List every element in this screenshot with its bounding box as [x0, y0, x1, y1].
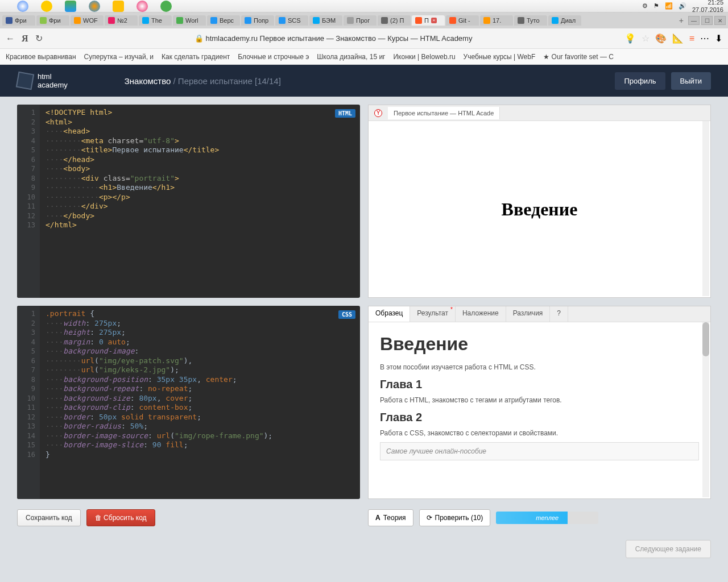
browser-tab[interactable]: Worl: [173, 15, 206, 26]
profile-button[interactable]: Профиль: [615, 72, 665, 90]
bookmark-item[interactable]: Учебные курсы | WebF: [464, 53, 536, 61]
html-code[interactable]: <!DOCTYPE html> <html> ····<head> ······…: [17, 105, 360, 234]
bookmark-item[interactable]: Красивое выравниван: [6, 53, 76, 61]
ruler-icon[interactable]: 📐: [672, 33, 684, 44]
tab-label: The: [151, 17, 162, 24]
close-window-button[interactable]: ✕: [714, 16, 726, 25]
url-display[interactable]: 🔒 htmlacademy.ru Первое испытание — Знак…: [49, 34, 618, 43]
result-body: Введение В этом пособии изучается работа…: [369, 322, 710, 498]
next-task-button[interactable]: Следующее задание: [626, 540, 711, 558]
browser-tab[interactable]: The: [139, 15, 172, 26]
browser-tab[interactable]: БЭМ: [309, 15, 342, 26]
browser-tab[interactable]: (2) П: [378, 15, 411, 26]
tab-label: (2) П: [390, 17, 404, 24]
browser-tab[interactable]: SCS: [275, 15, 308, 26]
tab-favicon: [415, 17, 422, 24]
browser-tab[interactable]: Верс: [207, 15, 240, 26]
yandex-icon[interactable]: [41, 1, 52, 12]
tab-favicon: [210, 17, 217, 24]
volume-icon[interactable]: 🔊: [679, 2, 686, 10]
flag-icon[interactable]: ⚑: [653, 2, 659, 10]
css-editor[interactable]: CSS 12345678910111213141516 .portrait { …: [17, 306, 360, 499]
tab-sample[interactable]: Образец: [369, 306, 410, 322]
browser-tab[interactable]: П×: [412, 15, 445, 26]
tab-label: Верс: [220, 17, 234, 24]
result-quote: Самое лучшее онлайн-пособие: [380, 442, 699, 460]
tab-favicon: [449, 17, 456, 24]
preview-tab[interactable]: Первое испытание — HTML Acade: [388, 107, 500, 119]
menu-icon[interactable]: ⋯: [700, 33, 709, 44]
browser-tab[interactable]: WOF: [71, 15, 104, 26]
tab-favicon: [552, 17, 559, 24]
bookmark-item[interactable]: Иконки | Beloweb.ru: [393, 53, 455, 61]
status-icon[interactable]: ⚙: [642, 2, 648, 10]
tab-label: Прог: [356, 17, 370, 24]
tab-favicon: [381, 17, 388, 24]
preview-scrollbar[interactable]: [702, 121, 709, 296]
result-chapter2: Глава 2: [380, 411, 699, 424]
reload-button[interactable]: ↻: [35, 33, 43, 44]
bookmark-item[interactable]: Суперутка – изучай, и: [84, 53, 154, 61]
theory-button[interactable]: A Теория: [368, 509, 413, 526]
app-icon-2[interactable]: [113, 1, 124, 12]
maximize-button[interactable]: ☐: [701, 16, 713, 25]
tab-close-icon[interactable]: ×: [431, 18, 437, 23]
css-code[interactable]: .portrait { ····width: 275px; ····height…: [17, 306, 360, 463]
browser-tab[interactable]: Прог: [344, 15, 377, 26]
extension-icon[interactable]: 💡: [624, 33, 636, 44]
browser-tab[interactable]: Туто: [514, 15, 547, 26]
clock-date: 27.07.2016: [692, 6, 723, 13]
minimize-button[interactable]: —: [688, 16, 700, 25]
new-tab-button[interactable]: +: [676, 16, 687, 25]
result-scroll-thumb[interactable]: [702, 322, 709, 356]
tab-result[interactable]: Результат*: [410, 306, 456, 322]
preview-yandex-icon[interactable]: Y: [369, 106, 388, 120]
browser-tab[interactable]: №2: [105, 15, 138, 26]
bookmark-item[interactable]: ★ Our favorite set — C: [543, 53, 614, 61]
bookmark-item[interactable]: Школа дизайна, 15 иг: [317, 53, 385, 61]
preview-pane: Y Первое испытание — HTML Acade Введение: [368, 105, 711, 298]
download-icon[interactable]: ⬇: [715, 33, 722, 44]
logo[interactable]: html academy: [17, 72, 68, 89]
main-area: HTML 12345678910111213 <!DOCTYPE html> <…: [0, 97, 728, 582]
tab-favicon: [313, 17, 320, 24]
firefox-icon[interactable]: [89, 1, 100, 12]
css-badge: CSS: [338, 310, 355, 319]
html-gutter: 12345678910111213: [17, 105, 40, 298]
check-button[interactable]: ⟳ Проверить (10): [419, 509, 491, 526]
chrome-icon[interactable]: [17, 1, 28, 12]
wifi-icon[interactable]: 📶: [665, 2, 673, 10]
tab-label: П: [424, 17, 429, 24]
browser-tab[interactable]: Попр: [241, 15, 274, 26]
reset-code-button[interactable]: 🗑 Сбросить код: [86, 509, 155, 526]
browser-tab[interactable]: Фри: [2, 15, 35, 26]
bookmark-item[interactable]: Как сделать градиент: [162, 53, 230, 61]
tab-overlay[interactable]: Наложение: [456, 306, 506, 322]
back-button[interactable]: ←: [6, 34, 15, 44]
tab-diff[interactable]: Различия: [506, 306, 551, 322]
tab-label: 17.: [493, 17, 501, 24]
browser-tab[interactable]: 17.: [480, 15, 513, 26]
tab-help[interactable]: ?: [550, 306, 568, 322]
save-code-button[interactable]: Сохранить код: [17, 509, 81, 526]
tab-favicon: [347, 17, 354, 24]
tab-favicon: [279, 17, 286, 24]
logo-text-bottom: academy: [38, 81, 68, 89]
itunes-icon[interactable]: [136, 1, 148, 12]
bookmark-star-icon[interactable]: ☆: [642, 33, 650, 44]
logout-button[interactable]: Выйти: [671, 72, 712, 90]
html-editor[interactable]: HTML 12345678910111213 <!DOCTYPE html> <…: [17, 105, 360, 298]
bookmark-item[interactable]: Блочные и строчные э: [238, 53, 309, 61]
app-header: html academy Знакомство / Первое испытан…: [0, 65, 728, 97]
breadcrumb-course[interactable]: Знакомство: [125, 76, 171, 86]
url-title: Первое испытание — Знакомство — Курсы — …: [260, 34, 473, 43]
list-icon[interactable]: ≡: [689, 34, 694, 44]
app-icon[interactable]: [65, 1, 76, 12]
utorrent-icon[interactable]: [160, 1, 172, 12]
color-picker-icon[interactable]: 🎨: [655, 33, 667, 44]
browser-tab[interactable]: Фри: [36, 15, 69, 26]
browser-tab[interactable]: Git -: [446, 15, 479, 26]
yandex-home-icon[interactable]: Я: [22, 34, 28, 44]
browser-tab[interactable]: Диал: [548, 15, 581, 26]
tab-label: Диал: [561, 17, 576, 24]
